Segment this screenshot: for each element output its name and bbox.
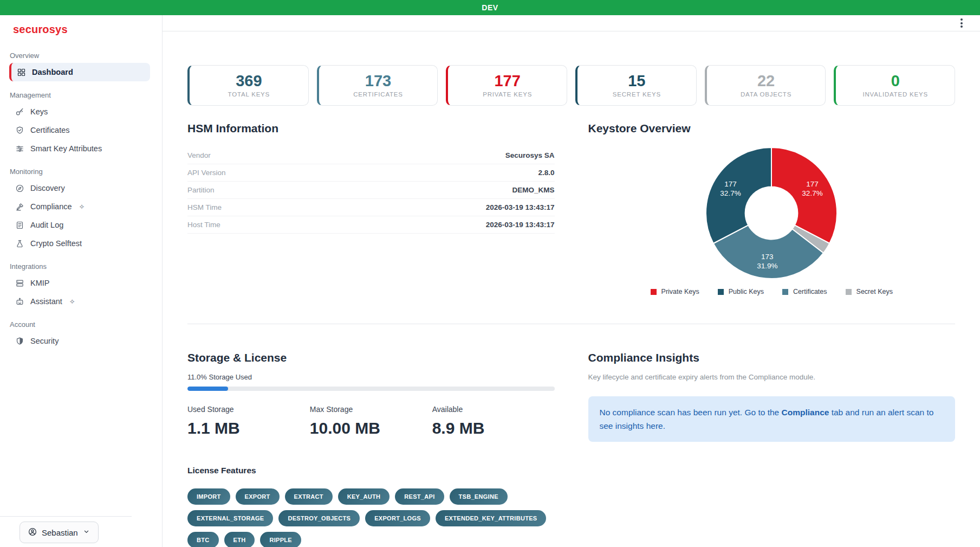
- feature-badge-export: EXPORT: [236, 488, 280, 505]
- hsm-row-label: HSM Time: [187, 203, 222, 211]
- sidebar-item-label: Audit Log: [30, 221, 63, 229]
- sidebar-item-assistant[interactable]: Assistant✧: [0, 292, 162, 311]
- sidebar-item-label: Compliance: [30, 202, 72, 211]
- stat-value: 0: [891, 73, 900, 89]
- dashboard-icon: [17, 68, 26, 77]
- sidebar: securosys OverviewDashboardManagementKey…: [0, 15, 163, 547]
- keystore-title: Keystore Overview: [588, 122, 956, 135]
- shield-icon: [15, 337, 24, 346]
- keystore-panel: Keystore Overview 17732.7%17331.9%17732.…: [588, 122, 956, 295]
- user-icon: [28, 527, 37, 538]
- sidebar-footer: Sebastian: [0, 516, 162, 547]
- storage-progress-fill: [187, 387, 228, 391]
- nav-section-title: Account: [0, 320, 162, 332]
- legend-item-secret-keys[interactable]: Secret Keys: [846, 288, 893, 295]
- sidebar-item-certificates[interactable]: Certificates: [0, 121, 162, 139]
- hsm-row-api-version: API Version2.8.0: [187, 164, 555, 182]
- hsm-row-label: Partition: [187, 186, 215, 194]
- hsm-row-host-time: Host Time2026-03-19 13:43:17: [187, 216, 555, 234]
- feature-badge-import: IMPORT: [187, 488, 230, 505]
- sparkle-icon: ✧: [69, 298, 75, 306]
- sidebar-item-keys[interactable]: Keys: [0, 102, 162, 121]
- stat-label: TOTAL KEYS: [228, 91, 270, 98]
- compliance-tab-link[interactable]: Compliance: [782, 408, 829, 417]
- stat-card-invalidated-keys: 0INVALIDATED KEYS: [834, 65, 955, 106]
- storage-panel: Storage & License 11.0% Storage Used Use…: [187, 351, 555, 547]
- feature-badge-export_logs: EXPORT_LOGS: [365, 510, 430, 526]
- legend-label: Public Keys: [729, 288, 764, 295]
- hsm-row-value: DEMO_KMS: [512, 186, 554, 194]
- legend-swatch: [718, 289, 724, 295]
- hsm-row-value: Securosys SA: [505, 151, 555, 159]
- storage-title: Storage & License: [187, 351, 555, 364]
- storage-stat-max-storage: Max Storage10.00 MB: [310, 405, 432, 437]
- legend-item-public-keys[interactable]: Public Keys: [718, 288, 764, 295]
- sidebar-item-audit-log[interactable]: Audit Log: [0, 216, 162, 234]
- feature-badge-rest_api: REST_API: [395, 488, 444, 505]
- robot-icon: [15, 297, 24, 306]
- lower-grid: Storage & License 11.0% Storage Used Use…: [187, 351, 955, 547]
- stat-card-total-keys: 369TOTAL KEYS: [187, 65, 309, 106]
- legend-item-certificates[interactable]: Certificates: [782, 288, 827, 295]
- sidebar-footer-divider: [0, 516, 132, 517]
- storage-stat-label: Available: [432, 405, 555, 414]
- nav-section-title: Overview: [0, 52, 162, 63]
- sidebar-item-label: Certificates: [30, 126, 70, 134]
- user-name: Sebastian: [42, 528, 78, 537]
- legend-label: Private Keys: [661, 288, 699, 295]
- stat-label: SECRET KEYS: [613, 91, 661, 98]
- storage-progress-bar: [187, 387, 555, 391]
- hsm-title: HSM Information: [187, 122, 555, 135]
- sidebar-item-label: Keys: [30, 107, 48, 116]
- sidebar-item-dashboard[interactable]: Dashboard: [9, 63, 150, 81]
- legend-label: Certificates: [793, 288, 827, 295]
- hsm-row-value: 2026-03-19 13:43:17: [486, 221, 555, 229]
- stat-card-private-keys: 177PRIVATE KEYS: [446, 65, 567, 106]
- sidebar-item-discovery[interactable]: Discovery: [0, 179, 162, 197]
- stat-value: 177: [494, 73, 520, 89]
- sparkle-icon: ✧: [79, 203, 85, 211]
- feature-badge-extract: EXTRACT: [285, 488, 333, 505]
- nav-section-account: AccountSecurity: [0, 320, 162, 350]
- sidebar-item-crypto-selftest[interactable]: Crypto Selftest: [0, 234, 162, 253]
- certificate-icon: [15, 126, 24, 135]
- dashboard-content: 369TOTAL KEYS173CERTIFICATES177PRIVATE K…: [163, 31, 980, 547]
- hsm-row-hsm-time: HSM Time2026-03-19 13:43:17: [187, 199, 555, 216]
- nav-section-title: Management: [0, 91, 162, 102]
- legend-swatch: [782, 289, 788, 295]
- feature-badge-external_storage: EXTERNAL_STORAGE: [187, 510, 273, 526]
- kebab-menu-button[interactable]: [957, 15, 966, 31]
- feature-badge-extended_key_attributes: EXTENDED_KEY_ATTRIBUTES: [436, 510, 547, 526]
- sidebar-item-smart-key-attributes[interactable]: Smart Key Attributes: [0, 139, 162, 158]
- stat-card-data-objects: 22DATA OBJECTS: [705, 65, 826, 106]
- stat-value: 369: [236, 73, 262, 89]
- feature-badge-eth: ETH: [224, 532, 255, 547]
- section-divider: [187, 324, 955, 324]
- sidebar-item-compliance[interactable]: Compliance✧: [0, 197, 162, 216]
- feature-badge-btc: BTC: [187, 532, 219, 547]
- topbar: [163, 15, 980, 31]
- sidebar-item-kmip[interactable]: KMIP: [0, 274, 162, 292]
- sidebar-item-label: Discovery: [30, 184, 65, 192]
- document-icon: [15, 221, 24, 230]
- stat-label: INVALIDATED KEYS: [863, 91, 928, 98]
- sliders-icon: [15, 144, 24, 153]
- stat-label: PRIVATE KEYS: [483, 91, 532, 98]
- sidebar-item-security[interactable]: Security: [0, 332, 162, 350]
- legend-item-private-keys[interactable]: Private Keys: [651, 288, 699, 295]
- storage-stats: Used Storage1.1 MBMax Storage10.00 MBAva…: [187, 405, 555, 437]
- stat-value: 22: [757, 73, 775, 89]
- nav-section-monitoring: MonitoringDiscoveryCompliance✧Audit LogC…: [0, 168, 162, 253]
- license-features-title: License Features: [187, 466, 555, 475]
- stats-row: 369TOTAL KEYS173CERTIFICATES177PRIVATE K…: [187, 65, 955, 106]
- sidebar-item-label: Dashboard: [32, 68, 73, 76]
- compass-icon: [15, 184, 24, 193]
- compliance-alert-text: No compliance scan has been run yet. Go …: [600, 408, 782, 417]
- feature-badge-destroy_objects: DESTROY_OBJECTS: [278, 510, 360, 526]
- legend-swatch: [651, 289, 657, 295]
- license-feature-badges: IMPORTEXPORTEXTRACTKEY_AUTHREST_APITSB_E…: [187, 488, 555, 547]
- nav-section-management: ManagementKeysCertificatesSmart Key Attr…: [0, 91, 162, 158]
- user-menu-button[interactable]: Sebastian: [20, 522, 99, 543]
- hsm-row-value: 2.8.0: [538, 169, 554, 177]
- chart-legend: Private KeysPublic KeysCertificatesSecre…: [588, 288, 956, 295]
